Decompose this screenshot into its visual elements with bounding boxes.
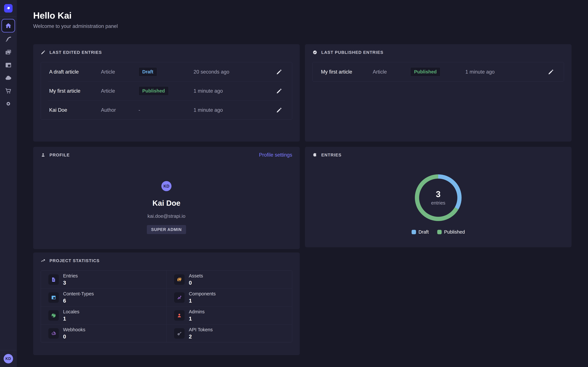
pencil-icon [548, 69, 554, 75]
entries-total: 3 [436, 190, 441, 198]
card-title: LAST PUBLISHED ENTRIES [321, 50, 383, 55]
stat-label: Webhooks [63, 327, 86, 333]
profile-avatar: KD [161, 181, 172, 191]
strapi-logo[interactable] [4, 4, 13, 13]
sidebar-user-avatar[interactable]: KD [4, 354, 13, 363]
globe-icon [48, 310, 59, 321]
page-subtitle: Welcome to your administration panel [33, 23, 571, 29]
entries-card: ENTRIES 3 entries [305, 147, 571, 247]
right-column: LAST PUBLISHED ENTRIES My first article … [305, 44, 571, 355]
sidebar-nav [1, 19, 15, 110]
stat-label: Locales [63, 309, 79, 315]
entry-name: Kai Doe [49, 107, 101, 113]
table-row[interactable]: My first article Article Published 1 min… [313, 62, 564, 81]
status-badge: Draft [138, 67, 157, 76]
dashboard-grid: LAST EDITED ENTRIES A draft article Arti… [33, 44, 571, 355]
strapi-logo-icon [5, 5, 11, 11]
chart-legend: Draft Published [312, 229, 564, 235]
entry-type: Article [101, 69, 138, 75]
page-title: Hello Kai [33, 10, 571, 21]
card-title: PROFILE [50, 152, 70, 158]
sidebar: KD [0, 0, 17, 367]
card-title: ENTRIES [321, 152, 342, 158]
profile-name: Kai Doe [152, 199, 180, 208]
sidebar-item-settings[interactable] [1, 97, 15, 110]
entries-donut-chart: 3 entries [414, 173, 463, 222]
entry-type: Article [373, 69, 410, 75]
trend-up-icon [41, 258, 46, 263]
stat-entries: Entries 3 [41, 271, 166, 288]
stat-value: 6 [63, 298, 94, 304]
legend-item-draft: Draft [412, 229, 429, 235]
stat-api-tokens: API Tokens 2 [166, 325, 292, 342]
sidebar-item-marketplace[interactable] [1, 84, 15, 97]
stat-label: API Tokens [189, 327, 213, 333]
entry-name: A draft article [49, 69, 101, 75]
sidebar-footer: KD [0, 350, 17, 367]
stat-value: 1 [189, 316, 205, 322]
entry-name: My first article [49, 88, 101, 94]
edit-entry-button[interactable] [272, 88, 282, 94]
stats-table: Entries 3 Assets 0 [41, 270, 292, 342]
stat-value: 2 [189, 334, 213, 340]
stat-value: 1 [189, 298, 216, 304]
layout-icon [48, 292, 59, 303]
entries-total-label: entries [431, 200, 445, 206]
sidebar-item-media-library[interactable] [1, 46, 15, 58]
entry-name: My first article [321, 69, 373, 75]
status-empty: - [138, 107, 194, 113]
stat-assets: Assets 0 [166, 271, 292, 288]
legend-label: Published [444, 229, 465, 235]
role-badge: SUPER ADMIN [147, 225, 186, 234]
nodes-icon [174, 292, 185, 303]
stat-label: Entries [63, 273, 78, 279]
key-icon [174, 328, 185, 339]
table-row[interactable]: My first article Article Published 1 min… [41, 81, 292, 100]
sidebar-item-deploy[interactable] [1, 71, 15, 84]
profile-email: kai.doe@strapi.io [147, 213, 185, 219]
sidebar-divider-top [0, 17, 17, 17]
cloud-icon [5, 74, 12, 82]
pencil-icon [41, 50, 46, 55]
feather-icon [5, 36, 12, 43]
stat-label: Admins [189, 309, 205, 315]
card-title: PROJECT STATISTICS [50, 258, 100, 263]
sidebar-item-content-manager[interactable] [1, 33, 15, 46]
stat-label: Content-Types [63, 291, 94, 297]
left-column: LAST EDITED ENTRIES A draft article Arti… [33, 44, 300, 355]
cart-icon [5, 87, 12, 94]
edit-entry-button[interactable] [272, 69, 282, 75]
edit-entry-button[interactable] [272, 107, 282, 113]
published-swatch [437, 230, 442, 234]
home-icon [5, 22, 12, 29]
stat-webhooks: Webhooks 0 [41, 325, 166, 342]
entry-time: 20 seconds ago [194, 69, 272, 75]
entry-time: 1 minute ago [194, 107, 272, 113]
puzzle-icon [312, 152, 317, 157]
stat-label: Components [189, 291, 216, 297]
entry-time: 1 minute ago [194, 88, 272, 94]
project-statistics-card: PROJECT STATISTICS Entries 3 [33, 252, 300, 355]
webhook-icon [48, 328, 59, 339]
sidebar-item-content-type-builder[interactable] [1, 58, 15, 71]
last-edited-entries-card: LAST EDITED ENTRIES A draft article Arti… [33, 44, 300, 142]
app-root: KD Hello Kai Welcome to your administrat… [0, 0, 588, 367]
status-badge: Published [138, 86, 169, 96]
stat-value: 3 [63, 280, 78, 286]
legend-item-published: Published [437, 229, 465, 235]
card-title: LAST EDITED ENTRIES [50, 50, 102, 55]
stat-content-types: Content-Types 6 [41, 289, 166, 306]
layout-icon [5, 61, 12, 69]
stat-locales: Locales 1 [41, 307, 166, 324]
edit-entry-button[interactable] [544, 69, 554, 75]
profile-settings-link[interactable]: Profile settings [259, 152, 292, 158]
stat-admins: Admins 1 [166, 307, 292, 324]
stat-value: 1 [63, 316, 79, 322]
profile-card: PROFILE Profile settings KD Kai Doe kai.… [33, 147, 300, 249]
images-icon [5, 49, 12, 56]
stat-value: 0 [63, 334, 86, 340]
table-row[interactable]: A draft article Article Draft 20 seconds… [41, 62, 292, 81]
sidebar-item-home[interactable] [1, 19, 15, 33]
table-row[interactable]: Kai Doe Author - 1 minute ago [41, 100, 292, 120]
status-badge: Published [410, 67, 441, 76]
